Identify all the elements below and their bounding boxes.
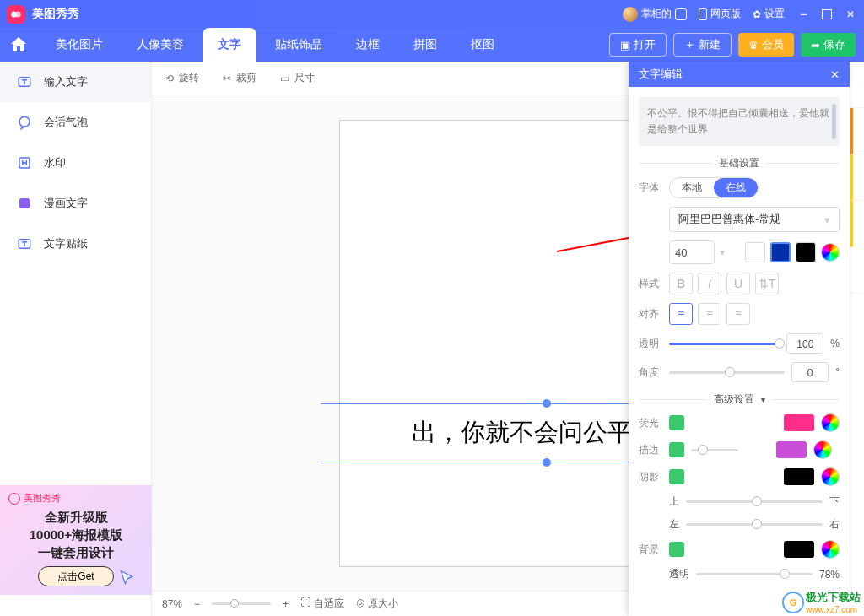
shadow-label: 阴影 — [639, 470, 662, 484]
vip-button[interactable]: ♛会员 — [738, 33, 794, 57]
shadow-down-label: 下 — [829, 494, 840, 509]
tab-beautify[interactable]: 美化图片 — [40, 28, 118, 62]
bg-enable-chip[interactable] — [669, 542, 684, 557]
crop-tool[interactable]: ✂裁剪 — [223, 71, 256, 85]
close-button[interactable]: ✕ — [844, 8, 857, 21]
bg-color[interactable] — [784, 541, 814, 558]
user-menu[interactable]: 掌柜的 — [623, 7, 687, 22]
align-label: 对齐 — [639, 307, 662, 322]
fit-button[interactable]: ⛶自适应 — [300, 597, 344, 611]
zoom-in-button[interactable]: + — [283, 598, 289, 610]
shadow-enable-chip[interactable] — [669, 469, 684, 484]
opacity-value[interactable]: 100 — [786, 333, 824, 354]
shadow-vertical-slider[interactable] — [686, 500, 823, 503]
save-icon: ➦ — [811, 39, 820, 51]
web-version-link[interactable]: 网页版 — [699, 7, 741, 21]
canvas[interactable] — [339, 120, 677, 567]
promo-brand: 美图秀秀 — [8, 492, 143, 505]
italic-button[interactable]: I — [698, 273, 721, 294]
opacity-slider[interactable] — [669, 343, 780, 345]
color-picker-icon[interactable] — [821, 243, 840, 262]
tab-text[interactable]: 文字 — [202, 28, 256, 62]
selection-bottom-handle[interactable] — [543, 458, 551, 467]
strip-item[interactable] — [850, 154, 864, 201]
tab-stickers[interactable]: 贴纸饰品 — [260, 28, 338, 62]
zoom-out-button[interactable]: − — [194, 598, 200, 610]
shadow-horizontal-slider[interactable] — [686, 523, 823, 526]
stroke-slider[interactable] — [691, 449, 738, 451]
sidebar-item-watermark[interactable]: 水印 — [0, 143, 151, 183]
gear-icon: ✿ — [753, 8, 761, 20]
promo-cta-button[interactable]: 点击Get — [38, 566, 114, 586]
maximize-button[interactable] — [822, 9, 832, 19]
svg-point-3 — [19, 116, 30, 127]
zoom-slider[interactable] — [212, 602, 271, 605]
percent-unit: % — [830, 338, 840, 349]
size-stepper-icon[interactable]: ▾ — [720, 246, 725, 258]
font-local-tab[interactable]: 本地 — [670, 178, 714, 197]
new-button[interactable]: ＋新建 — [673, 33, 732, 57]
opacity-label: 透明 — [639, 337, 662, 351]
align-center-button[interactable]: ≡ — [698, 303, 721, 325]
panel-close-button[interactable]: ✕ — [830, 68, 840, 81]
rotate-tool[interactable]: ⟲旋转 — [165, 71, 199, 85]
tab-collage[interactable]: 拼图 — [398, 28, 452, 62]
rotate-icon: ⟲ — [165, 73, 174, 84]
font-online-tab[interactable]: 在线 — [714, 178, 758, 197]
minimize-button[interactable]: ━ — [796, 8, 810, 21]
glow-color-picker-icon[interactable] — [821, 413, 840, 432]
scrollbar-thumb[interactable] — [832, 104, 836, 139]
font-size-input[interactable]: 40 — [669, 240, 715, 264]
crown-icon: ♛ — [748, 39, 759, 51]
font-select[interactable]: 阿里巴巴普惠体-常规 — [669, 207, 840, 232]
strip-item[interactable] — [850, 62, 864, 108]
save-button[interactable]: ➦保存 — [801, 33, 856, 57]
selection-top-handle[interactable] — [543, 399, 551, 408]
color-blue[interactable] — [770, 242, 791, 262]
panel-header: 文字编辑 ✕ — [629, 62, 850, 87]
size-tool[interactable]: ▭尺寸 — [280, 71, 315, 85]
bg-opacity-slider[interactable] — [696, 573, 813, 575]
bold-button[interactable]: B — [669, 273, 693, 294]
align-right-button[interactable]: ≡ — [726, 303, 750, 325]
advanced-section-title[interactable]: 高级设置▾ — [639, 392, 840, 407]
stroke-enable-chip[interactable] — [669, 442, 684, 457]
tab-portrait[interactable]: 人像美容 — [122, 28, 199, 62]
sidebar-item-comic-text[interactable]: 漫画文字 — [0, 183, 151, 224]
angle-slider[interactable] — [669, 371, 785, 374]
strip-item[interactable] — [850, 247, 864, 294]
svg-rect-5 — [19, 198, 30, 208]
tab-border[interactable]: 边框 — [341, 28, 395, 62]
sidebar-item-input-text[interactable]: 输入文字 — [0, 62, 151, 102]
watermark-icon — [17, 155, 32, 170]
shadow-color-picker-icon[interactable] — [821, 467, 840, 486]
underline-button[interactable]: U — [726, 273, 750, 294]
text-sticker-icon — [17, 236, 32, 251]
promo-banner[interactable]: 美图秀秀 全新升级版 10000+海报模版 一键套用设计 点击Get — [0, 485, 152, 595]
vertical-text-button[interactable]: ⇅T — [755, 273, 779, 294]
avatar-icon — [623, 7, 638, 22]
glow-color[interactable] — [784, 414, 814, 431]
open-button[interactable]: ▣打开 — [609, 33, 667, 57]
font-source-toggle: 本地 在线 — [669, 177, 759, 198]
home-icon[interactable] — [8, 35, 29, 55]
text-content-input[interactable]: 不公平。恨不得把自己倾囊相送，爱他就是给整个世界 — [639, 97, 840, 146]
color-black[interactable] — [796, 242, 816, 262]
original-size-button[interactable]: ◎原大小 — [356, 597, 398, 611]
strip-item[interactable] — [850, 201, 864, 247]
settings-link[interactable]: ✿ 设置 — [753, 7, 785, 21]
bg-color-picker-icon[interactable] — [821, 540, 840, 559]
text-box-icon — [17, 74, 32, 89]
angle-value[interactable]: 0 — [791, 362, 829, 382]
color-white[interactable] — [745, 242, 765, 262]
tab-cutout[interactable]: 抠图 — [456, 28, 510, 62]
stroke-color[interactable] — [776, 441, 807, 458]
sidebar-item-bubble[interactable]: 会话气泡 — [0, 102, 151, 143]
glow-enable-chip[interactable] — [669, 415, 684, 430]
strip-item[interactable] — [850, 108, 864, 154]
shadow-color[interactable] — [784, 468, 814, 485]
stroke-color-picker-icon[interactable] — [813, 440, 832, 459]
sidebar-item-text-sticker[interactable]: 文字贴纸 — [0, 224, 151, 264]
align-left-button[interactable]: ≡ — [669, 303, 693, 325]
user-badge-icon — [675, 8, 687, 20]
